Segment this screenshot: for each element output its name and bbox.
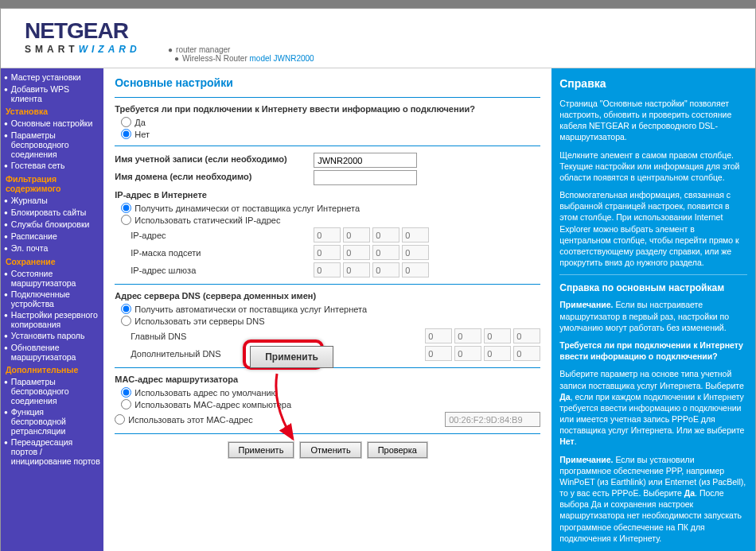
sidebar: ●Мастер установки ●Добавить WPS клиента …: [1, 68, 103, 551]
dns-auto-radio[interactable]: Получить автоматически от поставщика усл…: [121, 304, 540, 314]
main-panel: Основные настройки Требуется ли при подк…: [103, 68, 551, 551]
sidebar-group-setup: Установка: [1, 104, 103, 118]
sidebar-item-adv-wireless[interactable]: ●Параметры беспроводного соединения: [1, 376, 103, 406]
dns1-input[interactable]: [425, 328, 540, 343]
ip-gw-input[interactable]: [314, 262, 429, 277]
sidebar-item-logs[interactable]: ●Журналы: [1, 195, 103, 207]
sidebar-item-wps[interactable]: ●Добавить WPS клиента: [1, 83, 103, 104]
sidebar-item-wizard[interactable]: ●Мастер установки: [1, 72, 103, 83]
apply-overlay-button[interactable]: Применить: [250, 346, 333, 368]
help-panel: Справка Страница "Основные настройки" по…: [551, 68, 755, 551]
sidebar-item-upgrade[interactable]: ●Обновление маршрутизатора: [1, 342, 103, 363]
sidebar-group-adv: Дополнительные: [1, 363, 103, 376]
brand-logo: NETGEAR: [25, 18, 731, 44]
help-subtitle: Справка по основным настройкам: [559, 281, 747, 294]
login-question: Требуется ли при подключении к Интернету…: [115, 104, 540, 114]
login-yes-radio[interactable]: Да: [121, 117, 540, 127]
brand-subtitle: ●router manager ●Wireless-N Router model…: [168, 45, 731, 63]
page-title: Основные настройки: [115, 76, 540, 89]
app-header: NETGEAR SMARTWIZARD ●router manager ●Wir…: [1, 9, 755, 68]
ip-mask-input[interactable]: [314, 245, 429, 260]
mac-input[interactable]: [445, 412, 540, 427]
ip-section-header: IP-адрес в Интернете: [115, 190, 540, 200]
sidebar-item-password[interactable]: ●Установить пароль: [1, 330, 103, 342]
sidebar-group-maint: Сохранение: [1, 254, 103, 268]
sidebar-item-repeater[interactable]: ●Функция беспроводной ретрансляции: [1, 406, 103, 437]
help-title: Справка: [559, 76, 747, 91]
dns2-input[interactable]: [425, 346, 540, 361]
sidebar-item-status[interactable]: ●Состояние маршрутизатора: [1, 268, 103, 289]
sidebar-item-basic[interactable]: ●Основные настройки: [1, 118, 103, 130]
domain-input[interactable]: [314, 170, 417, 185]
ip-mask-label: IP-маска подсети: [115, 248, 314, 258]
account-label: Имя учетной записи (если необходимо): [115, 154, 314, 164]
sidebar-item-devices[interactable]: ●Подключенные устройства: [1, 289, 103, 309]
sidebar-item-portfwd[interactable]: ●Переадресация портов / инициирование по…: [1, 437, 103, 467]
ip-addr-input[interactable]: [314, 227, 429, 243]
dns-use-radio[interactable]: Использовать эти серверы DNS: [121, 316, 540, 326]
sidebar-item-guest[interactable]: ●Гостевая сеть: [1, 160, 103, 172]
sidebar-item-wireless[interactable]: ●Параметры беспроводного соединения: [1, 130, 103, 160]
ip-static-radio[interactable]: Использовать статический IP-адрес: [121, 215, 540, 225]
sidebar-item-email[interactable]: ●Эл. почта: [1, 243, 103, 254]
sidebar-item-blockserv[interactable]: ●Службы блокировки: [1, 219, 103, 231]
arrow-icon: [271, 371, 334, 450]
ip-auto-radio[interactable]: Получить динамически от поставщика услуг…: [121, 203, 540, 213]
sidebar-item-blocksites[interactable]: ●Блокировать сайты: [1, 207, 103, 219]
sidebar-group-filter: Фильтрация содержимого: [1, 172, 103, 195]
ip-gw-label: IP-адрес шлюза: [115, 266, 314, 275]
test-button[interactable]: Проверка: [368, 442, 427, 458]
domain-label: Имя домена (если необходимо): [115, 172, 314, 181]
sidebar-item-backup[interactable]: ●Настройки резервного копирования: [1, 309, 103, 330]
mac-this-radio[interactable]: Использовать этот MAC-адрес: [115, 414, 252, 425]
sidebar-item-schedule[interactable]: ●Расписание: [1, 231, 103, 243]
login-no-radio[interactable]: Нет: [121, 129, 540, 139]
account-input[interactable]: [314, 153, 417, 168]
dns-section-header: Адрес сервера DNS (сервера доменных имен…: [115, 291, 540, 301]
ip-addr-label: IP-адрес: [115, 231, 314, 240]
